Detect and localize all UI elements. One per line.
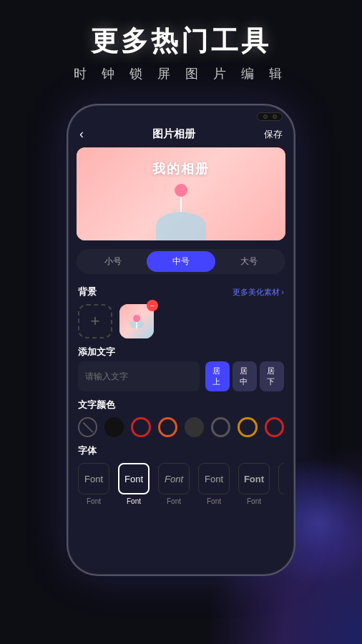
font-label-4: Font: [247, 497, 261, 505]
font-preview-3: Font: [198, 463, 230, 494]
font-label-0: Font: [87, 497, 101, 505]
background-items: + −: [78, 304, 284, 338]
font-item-2[interactable]: Font Font: [158, 463, 190, 505]
camera-dot-1: [263, 114, 268, 119]
svg-point-1: [133, 315, 140, 322]
size-btn-large[interactable]: 大号: [215, 251, 283, 272]
font-label-3: Font: [207, 497, 221, 505]
text-section: 添加文字 居上 居中 居下: [68, 341, 294, 394]
align-bottom-button[interactable]: 居下: [260, 361, 284, 391]
camera-dot-2: [273, 114, 277, 119]
background-add-button[interactable]: +: [78, 304, 112, 338]
phone-mockup: ‹ 图片相册 保存 我的相册 小号 中号 大号 背景 更多美化素材: [67, 104, 295, 576]
nav-back-button[interactable]: ‹: [79, 127, 84, 142]
font-section-label: 字体: [78, 444, 284, 457]
color-row: [78, 417, 284, 437]
background-header: 背景 更多美化素材 ›: [78, 286, 284, 298]
font-item-0[interactable]: Font Font: [78, 463, 109, 505]
background-item[interactable]: −: [119, 304, 154, 338]
color-section-label: 文字颜色: [78, 399, 284, 411]
color-dark[interactable]: [185, 417, 204, 437]
header-title: 更多热门工具: [14, 23, 348, 59]
color-dark-ring[interactable]: [211, 417, 230, 437]
color-none-option[interactable]: [78, 417, 97, 437]
header: 更多热门工具 时 钟 锁 屏 图 片 编 辑: [0, 0, 362, 89]
size-btn-medium[interactable]: 中号: [147, 251, 215, 272]
font-label-2: Font: [167, 497, 181, 505]
nav-bar: ‹ 图片相册 保存: [68, 124, 294, 147]
color-red-ring-2[interactable]: [265, 417, 284, 437]
text-input-field[interactable]: [78, 361, 200, 391]
nav-title: 图片相册: [152, 127, 195, 141]
background-item-delete[interactable]: −: [147, 300, 158, 311]
font-item-3[interactable]: Font Font: [198, 463, 230, 505]
align-buttons: 居上 居中 居下: [205, 361, 284, 391]
phone-container: ‹ 图片相册 保存 我的相册 小号 中号 大号 背景 更多美化素材: [0, 104, 362, 576]
preview-lollipop: [156, 195, 206, 240]
font-preview-5: Fon: [278, 463, 284, 494]
font-preview-0: Font: [78, 463, 109, 494]
font-preview-2: Font: [158, 463, 190, 494]
font-section: 字体 Font Font Font Font Font Font Font Fo…: [68, 440, 294, 508]
font-label-1: Font: [127, 497, 141, 505]
phone-camera: [257, 112, 283, 121]
align-middle-button[interactable]: 居中: [233, 361, 257, 391]
font-item-1[interactable]: Font Font: [118, 463, 150, 505]
align-top-button[interactable]: 居上: [205, 361, 230, 391]
size-btn-small[interactable]: 小号: [79, 251, 147, 272]
font-preview-1: Font: [118, 463, 150, 494]
preview-text: 我的相册: [77, 160, 285, 177]
color-yellow-ring[interactable]: [238, 417, 257, 437]
phone-top-bar: [68, 105, 294, 124]
color-red-ring[interactable]: [131, 417, 150, 437]
background-section: 背景 更多美化素材 › + −: [68, 281, 294, 341]
nav-save-button[interactable]: 保存: [264, 128, 283, 141]
size-selector: 小号 中号 大号: [77, 249, 285, 274]
color-section: 文字颜色: [68, 394, 294, 440]
font-item-4[interactable]: Font Font: [238, 463, 270, 505]
color-black[interactable]: [104, 417, 124, 437]
lollipop-ball: [175, 184, 187, 197]
background-label: 背景: [78, 286, 97, 298]
text-input-row: 居上 居中 居下: [78, 361, 284, 391]
lollipop-plate: [156, 212, 206, 240]
font-preview-4: Font: [238, 463, 270, 494]
background-more-btn[interactable]: 更多美化素材 ›: [233, 287, 284, 298]
lollipop-stick: [180, 195, 182, 212]
color-orange-ring[interactable]: [158, 417, 177, 437]
font-row: Font Font Font Font Font Font Font Font …: [78, 463, 284, 505]
font-item-5[interactable]: Fon Fon: [278, 463, 284, 505]
header-subtitle: 时 钟 锁 屏 图 片 编 辑: [14, 65, 348, 82]
text-section-label: 添加文字: [78, 346, 284, 358]
preview-area: 我的相册: [77, 147, 285, 240]
